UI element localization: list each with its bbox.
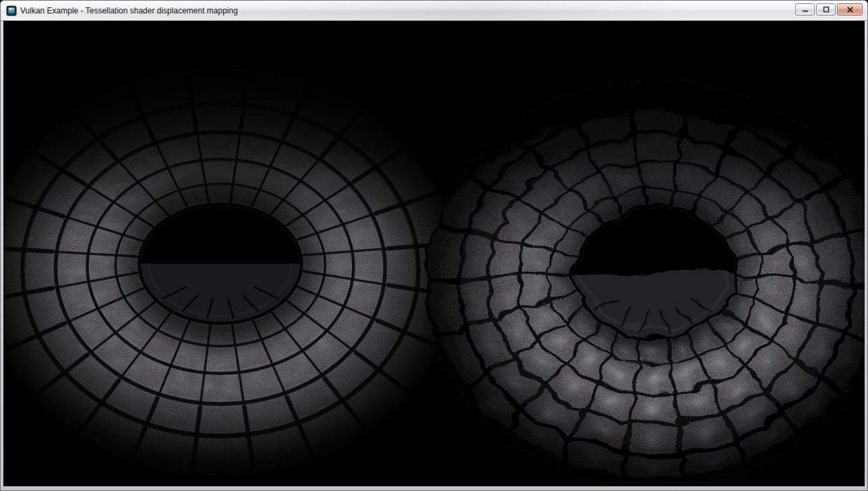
rendered-scene (3, 21, 865, 486)
window-title: Vulkan Example - Tessellation shader dis… (20, 6, 238, 16)
app-icon[interactable] (6, 5, 17, 16)
close-button[interactable] (837, 3, 863, 16)
close-icon (846, 6, 854, 13)
app-window: Vulkan Example - Tessellation shader dis… (0, 0, 868, 491)
maximize-button[interactable] (816, 3, 836, 16)
window-controls (795, 3, 863, 16)
maximize-icon (823, 6, 830, 13)
minimize-button[interactable] (795, 3, 815, 16)
render-viewport[interactable] (3, 21, 865, 486)
titlebar[interactable]: Vulkan Example - Tessellation shader dis… (1, 1, 867, 21)
minimize-icon (802, 6, 809, 13)
